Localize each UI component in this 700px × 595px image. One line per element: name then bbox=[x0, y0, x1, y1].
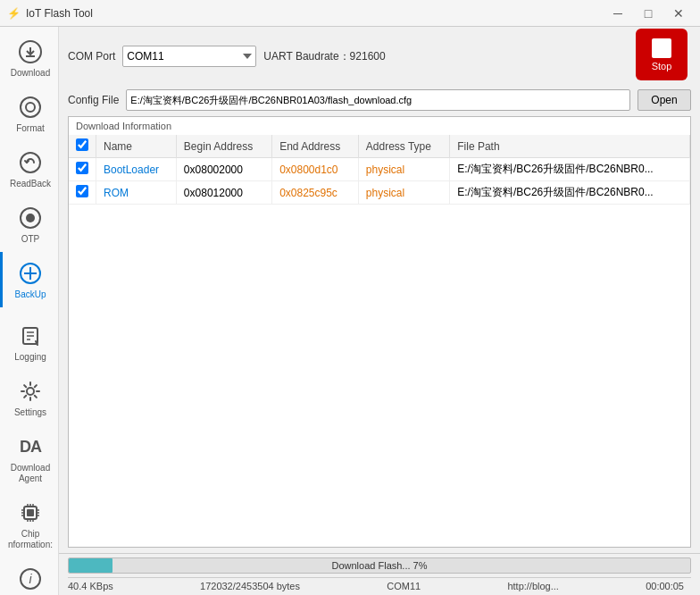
row-checkbox-0[interactable] bbox=[76, 162, 88, 174]
svg-rect-16 bbox=[27, 509, 34, 516]
sidebar-item-chip[interactable]: Chipnformation: bbox=[0, 491, 58, 557]
sidebar-item-da[interactable]: DA DownloadAgent bbox=[0, 425, 58, 491]
download-panel: Download Information Name Begin Address … bbox=[68, 116, 691, 548]
maximize-button[interactable]: □ bbox=[634, 4, 662, 22]
sidebar-item-backup[interactable]: BackUp bbox=[0, 252, 58, 307]
row-check-cell bbox=[69, 181, 96, 205]
sidebar-label-otp: OTP bbox=[21, 234, 40, 245]
settings-icon bbox=[16, 377, 45, 406]
chip-icon bbox=[16, 499, 45, 527]
svg-point-3 bbox=[26, 103, 35, 112]
about-icon: i bbox=[16, 565, 45, 593]
readback-icon bbox=[16, 148, 45, 177]
download-table: Name Begin Address End Address Address T… bbox=[69, 135, 690, 205]
sidebar: Download Format ReadBack OTP BackUp bbox=[0, 27, 59, 595]
app-body: Download Format ReadBack OTP BackUp bbox=[0, 27, 700, 595]
svg-point-4 bbox=[21, 153, 40, 172]
row-end: 0x0800d1c0 bbox=[272, 158, 359, 181]
col-check bbox=[69, 135, 96, 158]
config-file-input[interactable] bbox=[126, 89, 630, 111]
row-path: E:/淘宝资料/BC26升级固件/BC26NBR0... bbox=[450, 158, 690, 181]
row-name: ROM bbox=[96, 181, 177, 205]
select-all-checkbox[interactable] bbox=[76, 138, 88, 151]
row-begin: 0x08012000 bbox=[176, 181, 271, 205]
download-panel-title: Download Information bbox=[69, 117, 690, 135]
progress-label: Download Flash... 7% bbox=[69, 558, 690, 573]
status-bar: 40.4 KBps 172032/2453504 bytes COM11 htt… bbox=[68, 577, 691, 591]
com-port-select[interactable]: COM11 bbox=[122, 46, 256, 67]
top-bar: COM Port COM11 UART Baudrate：921600 Stop bbox=[59, 27, 700, 86]
status-port: COM11 bbox=[379, 581, 428, 591]
row-name: BootLoader bbox=[96, 158, 177, 181]
open-button[interactable]: Open bbox=[638, 89, 691, 111]
baud-label: UART Baudrate：921600 bbox=[263, 49, 385, 64]
svg-point-14 bbox=[27, 388, 34, 395]
backup-icon bbox=[16, 259, 45, 288]
format-icon bbox=[16, 93, 45, 122]
svg-point-2 bbox=[21, 97, 40, 117]
app-icon: ⚡ bbox=[7, 7, 21, 20]
row-begin: 0x08002000 bbox=[176, 158, 271, 181]
stop-icon bbox=[652, 38, 671, 58]
col-path: File Path bbox=[450, 135, 690, 158]
bottom-bar: Download Flash... 7% 40.4 KBps 172032/24… bbox=[59, 553, 700, 595]
main-content: COM Port COM11 UART Baudrate：921600 Stop… bbox=[59, 27, 700, 595]
config-row: Config File Open bbox=[59, 86, 700, 116]
col-type: Address Type bbox=[358, 135, 449, 158]
stop-label: Stop bbox=[652, 61, 672, 71]
sidebar-label-format: Format bbox=[16, 123, 45, 134]
config-file-label: Config File bbox=[68, 94, 119, 106]
col-end: End Address bbox=[272, 135, 359, 158]
com-port-label: COM Port bbox=[68, 50, 115, 63]
row-path: E:/淘宝资料/BC26升级固件/BC26NBR0... bbox=[450, 181, 690, 205]
svg-text:i: i bbox=[29, 572, 32, 586]
progress-row: Download Flash... 7% bbox=[68, 557, 691, 574]
sidebar-label-settings: Settings bbox=[14, 407, 46, 418]
row-type: physical bbox=[358, 158, 449, 181]
row-type: physical bbox=[358, 181, 449, 205]
sidebar-label-logging: Logging bbox=[14, 352, 46, 363]
sidebar-label-readback: ReadBack bbox=[10, 179, 51, 189]
status-time: 00:00:05 bbox=[638, 581, 691, 591]
window-controls: ─ □ ✕ bbox=[604, 4, 693, 22]
table-row: BootLoader 0x08002000 0x0800d1c0 physica… bbox=[69, 158, 690, 181]
table-row: ROM 0x08012000 0x0825c95c physical E:/淘宝… bbox=[69, 181, 690, 205]
sidebar-item-logging[interactable]: Logging bbox=[0, 314, 58, 370]
col-name: Name bbox=[96, 135, 177, 158]
app-title: IoT Flash Tool bbox=[26, 7, 604, 20]
close-button[interactable]: ✕ bbox=[664, 4, 693, 22]
sidebar-item-about[interactable]: i About bbox=[0, 557, 58, 595]
sidebar-item-otp[interactable]: OTP bbox=[0, 197, 58, 252]
sidebar-item-download[interactable]: Download bbox=[0, 30, 58, 86]
svg-point-6 bbox=[26, 214, 35, 222]
sidebar-item-readback[interactable]: ReadBack bbox=[0, 141, 58, 197]
status-speed: 40.4 KBps bbox=[68, 581, 121, 591]
row-name-link: ROM bbox=[104, 187, 129, 199]
sidebar-label-download: Download bbox=[11, 68, 50, 79]
row-check-cell bbox=[69, 158, 96, 181]
sidebar-label-chip: Chipnformation: bbox=[8, 529, 53, 550]
download-icon bbox=[16, 38, 45, 66]
minimize-button[interactable]: ─ bbox=[604, 4, 632, 22]
sidebar-item-format[interactable]: Format bbox=[0, 86, 58, 141]
row-checkbox-1[interactable] bbox=[76, 185, 88, 197]
sidebar-label-backup: BackUp bbox=[14, 289, 46, 300]
otp-icon bbox=[16, 204, 45, 232]
status-url: http://blog... bbox=[500, 581, 565, 591]
title-bar: ⚡ IoT Flash Tool ─ □ ✕ bbox=[0, 0, 700, 27]
progress-track: Download Flash... 7% bbox=[68, 557, 691, 574]
row-name-link: BootLoader bbox=[104, 163, 159, 176]
sidebar-label-da: DownloadAgent bbox=[11, 463, 50, 484]
da-icon: DA bbox=[16, 432, 45, 461]
row-end: 0x0825c95c bbox=[272, 181, 359, 205]
col-begin: Begin Address bbox=[176, 135, 271, 158]
stop-button[interactable]: Stop bbox=[636, 29, 688, 80]
logging-icon bbox=[16, 322, 45, 350]
com-section: COM Port COM11 UART Baudrate：921600 bbox=[68, 46, 386, 67]
status-bytes: 172032/2453504 bytes bbox=[193, 581, 307, 591]
sidebar-item-settings[interactable]: Settings bbox=[0, 370, 58, 425]
